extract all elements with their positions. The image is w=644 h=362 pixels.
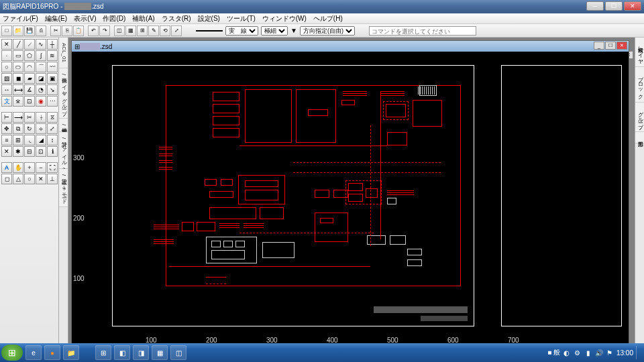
tool-rad[interactable]: ◔ [36, 84, 46, 95]
menu-create[interactable]: 作図(D) [103, 14, 125, 23]
tool-dim[interactable]: ↔ [1, 84, 12, 95]
menu-settings[interactable]: 設定(S) [198, 14, 220, 23]
tool-curve[interactable]: ∫ [36, 50, 46, 61]
tool-line2[interactable]: ⟋ [24, 39, 35, 50]
tb-b3[interactable]: ⊞ [137, 25, 148, 36]
mod-trim[interactable]: ⊢ [1, 112, 12, 123]
tool-para[interactable]: ≋ [47, 50, 58, 61]
tool-hatch[interactable]: ▨ [1, 73, 12, 84]
mod-grp[interactable]: ⊟ [24, 146, 35, 157]
doc-titlebar[interactable]: ⊞ xxxxxx.zsd _ ☐ ✕ [72, 41, 629, 52]
mod-exp[interactable]: ✱ [13, 146, 23, 157]
tool-sym[interactable]: ※ [13, 96, 23, 107]
tool-ang[interactable]: ∡ [24, 84, 35, 95]
tb-b1[interactable]: ◫ [114, 25, 125, 36]
tb-save[interactable]: 💾 [24, 25, 35, 36]
view-zin[interactable]: + [24, 162, 35, 173]
tb-copy[interactable]: ⎘ [62, 25, 72, 36]
mod-join[interactable]: ⧖ [47, 112, 58, 123]
tool-fill[interactable]: ◼ [13, 73, 23, 84]
tool-lead[interactable]: ↘ [47, 84, 58, 95]
tool-txt[interactable]: 文 [1, 96, 12, 107]
close-button[interactable]: ✕ [624, 1, 641, 11]
mod-rot[interactable]: ↻ [24, 123, 35, 134]
menu-file[interactable]: ファイル(F) [3, 14, 38, 23]
task-app2[interactable]: ◧ [114, 345, 130, 360]
snap-mid[interactable]: △ [13, 174, 23, 184]
task-explorer[interactable]: 📁 [63, 345, 79, 360]
tool-poly[interactable]: ⬠ [24, 50, 35, 61]
direction-select[interactable]: 方向指定(自由) [300, 26, 355, 36]
mod-arr[interactable]: ⊞ [13, 135, 23, 145]
tool-grad[interactable]: ◪ [36, 73, 46, 84]
line-style-select[interactable]: 実 線 [225, 26, 258, 36]
mod-prp[interactable]: ℹ [47, 146, 58, 157]
tool-arc2[interactable]: ⌒ [36, 62, 46, 72]
tray-icon[interactable]: ◐ [563, 349, 571, 357]
mod-copy[interactable]: ⧉ [13, 123, 23, 134]
mod-move[interactable]: ✥ [1, 123, 12, 134]
tb-new[interactable]: □ [1, 25, 12, 36]
vtab-layer[interactable]: 画像/レイヤ/グループ [59, 68, 68, 119]
tool-mark[interactable]: ◉ [36, 96, 46, 107]
task-app3[interactable]: ◨ [133, 345, 149, 360]
task-ie[interactable]: e [25, 345, 42, 360]
tool-solid[interactable]: ▰ [24, 73, 35, 84]
tray-flag-icon[interactable]: ⚑ [606, 349, 614, 357]
task-app5[interactable]: ◫ [170, 345, 186, 360]
snap-cen[interactable]: ○ [24, 174, 35, 184]
menu-raster[interactable]: ラスタ(R) [162, 14, 191, 23]
mod-del[interactable]: ✕ [1, 146, 12, 157]
txt-a[interactable]: A [1, 162, 12, 173]
snap-int[interactable]: ✕ [36, 174, 46, 184]
tb-b5[interactable]: ⟲ [160, 25, 170, 36]
rtab-search[interactable]: 検索レイヤ [635, 38, 644, 67]
vtab-acl[interactable]: ACL_01 [59, 38, 68, 68]
tool-ell[interactable]: ⬭ [13, 62, 23, 72]
menu-edit[interactable]: 編集(E) [45, 14, 67, 23]
show-desktop[interactable] [636, 346, 641, 359]
tool-line[interactable]: ╱ [13, 39, 23, 50]
tb-paste[interactable]: 📋 [73, 25, 84, 36]
tb-undo[interactable]: ↶ [88, 25, 99, 36]
doc-max[interactable]: ☐ [605, 42, 616, 50]
tray-vol-icon[interactable]: 🔊 [595, 349, 603, 357]
start-button[interactable]: ⊞ [1, 345, 23, 361]
tb-open[interactable]: 📁 [13, 25, 23, 36]
doc-close[interactable]: ✕ [616, 42, 627, 50]
vtab-calc[interactable]: 計算/ファイル入出力 [59, 132, 68, 169]
mod-fil[interactable]: ◟ [24, 135, 35, 145]
line-weight-select[interactable]: 極細 [261, 26, 288, 36]
menu-tools[interactable]: ツール(T) [227, 14, 256, 23]
view-fit[interactable]: ⛶ [47, 162, 58, 173]
menu-help[interactable]: ヘルプ(H) [313, 14, 343, 23]
maximize-button[interactable]: ☐ [605, 1, 623, 11]
tool-arc[interactable]: ◠ [24, 62, 35, 72]
tool-etc[interactable]: ⋯ [47, 96, 58, 107]
mod-mir[interactable]: ⟡ [36, 123, 46, 134]
tool-dim2[interactable]: ⟷ [13, 84, 23, 95]
task-app1[interactable]: ⊞ [95, 345, 111, 360]
tb-redo[interactable]: ↷ [99, 25, 110, 36]
snap-end[interactable]: ◻ [1, 174, 12, 184]
snap-per[interactable]: ⊥ [47, 174, 58, 184]
mod-cut[interactable]: ✂ [24, 112, 35, 123]
doc-min[interactable]: _ [594, 42, 604, 50]
vtab-dim[interactable]: 寸法属性/配置 [59, 119, 68, 131]
tb-print[interactable]: ⎙ [36, 25, 46, 36]
tray-net-icon[interactable]: ▮ [584, 349, 592, 357]
clock[interactable]: 13:00 [616, 349, 633, 357]
tb-b4[interactable]: ✎ [148, 25, 159, 36]
menu-view[interactable]: 表示(V) [74, 14, 96, 23]
mod-chm[interactable]: ◢ [36, 135, 46, 145]
tool-pline[interactable]: ∿ [36, 39, 46, 50]
tb-cut[interactable]: ✂ [50, 25, 61, 36]
menu-aux[interactable]: 補助(A) [132, 14, 154, 23]
mod-ext[interactable]: ⟶ [13, 112, 23, 123]
tool-hv[interactable]: ┼ [47, 39, 58, 50]
mod-str[interactable]: ↕ [47, 135, 58, 145]
command-prompt[interactable]: コマンドを選択してください [369, 26, 476, 36]
view-pan[interactable]: ✋ [13, 162, 23, 173]
tool-img[interactable]: ▣ [47, 73, 58, 84]
task-app4[interactable]: ▦ [152, 345, 168, 360]
